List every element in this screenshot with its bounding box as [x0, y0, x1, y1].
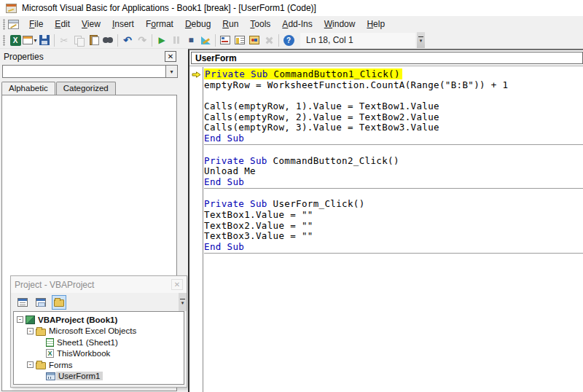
code-line[interactable]: Private Sub UserForm_Click()	[204, 199, 583, 210]
tree-item-label: Microsoft Excel Objects	[47, 326, 138, 335]
tree-item-label: Forms	[47, 361, 75, 369]
code-line[interactable]: TextBox2.Value = ""	[204, 221, 583, 232]
properties-object-dropdown[interactable]: ▾	[2, 65, 178, 78]
menu-format[interactable]: Format	[140, 17, 179, 31]
toolbar-separator	[152, 34, 152, 47]
menu-edit[interactable]: Edit	[49, 17, 76, 31]
toolbox-icon	[262, 33, 276, 47]
code-line[interactable]: TextBox1.Value = ""	[204, 210, 583, 221]
toggle-folders-icon[interactable]	[52, 295, 66, 310]
redo-icon: ↷	[135, 33, 149, 47]
code-line[interactable]: TextBox3.Value = ""	[204, 231, 583, 242]
vba-project-icon	[26, 315, 35, 324]
menu-bar: FileEditViewInsertFormatDebugRunToolsAdd…	[0, 16, 583, 32]
title-bar[interactable]: Microsoft Visual Basic for Applications …	[0, 0, 583, 16]
code-line[interactable]	[204, 90, 583, 101]
tree-item-userform1[interactable]: UserForm1	[17, 371, 184, 383]
toolbar-options-icon[interactable]: ▾	[417, 32, 425, 48]
tree-item-microsoft-excel-objects[interactable]: -Microsoft Excel Objects	[17, 326, 184, 337]
tab-alphabetic[interactable]: Alphabetic	[1, 82, 55, 95]
code-line[interactable]: Calls(emptyRow, 3).Value = TextBow3.Valu…	[204, 122, 583, 133]
folder-icon	[36, 329, 46, 336]
menu-run[interactable]: Run	[216, 17, 244, 31]
project-header[interactable]: Project - VBAProject ✕	[11, 276, 187, 293]
view-object-icon[interactable]	[34, 295, 48, 310]
view-excel-icon[interactable]: X	[8, 33, 23, 47]
find-icon[interactable]	[101, 33, 115, 47]
code-line[interactable]	[204, 145, 583, 156]
code-line[interactable]: emptyRow = WorksheetFunction.CountA(Rang…	[204, 80, 583, 91]
window-title: Microsoft Visual Basic for Applications …	[22, 3, 316, 13]
collapse-expander-icon[interactable]: -	[27, 328, 34, 334]
folder-icon	[36, 362, 46, 369]
project-toolbar: ▾	[11, 293, 187, 311]
vbe-app-icon	[6, 4, 17, 13]
toolbar-separator	[215, 34, 216, 47]
workbook-icon: X	[46, 349, 54, 358]
code-lines: Private Sub CommandButton1_Click()emptyR…	[204, 69, 583, 392]
chevron-down-icon: ▾	[34, 37, 36, 44]
menu-view[interactable]: View	[76, 17, 106, 31]
chevron-down-icon[interactable]: ▾	[165, 66, 177, 77]
properties-header: Properties ✕	[0, 49, 180, 64]
execution-arrow-icon	[192, 71, 201, 78]
tab-categorized[interactable]: Categorized	[56, 82, 116, 95]
reset-icon[interactable]: ■	[184, 33, 198, 47]
help-icon[interactable]: ?	[281, 33, 296, 47]
toolbar-separator	[278, 34, 279, 47]
project-toolbar-options-icon[interactable]: ▾	[179, 293, 187, 311]
project-explorer-icon[interactable]	[218, 33, 232, 47]
code-line[interactable]: Private Sub CommandButton2_Click()	[204, 156, 583, 167]
project-tree: -VBAProject (Book1)-Microsoft Excel Obje…	[13, 311, 184, 385]
tree-item-label: VBAProject (Book1)	[36, 315, 120, 324]
tree-item-sheet1-sheet1[interactable]: Sheet1 (Sheet1)	[17, 337, 184, 348]
paste-icon[interactable]	[86, 33, 101, 47]
project-title: Project - VBAProject	[15, 280, 171, 290]
collapse-expander-icon[interactable]: -	[17, 316, 23, 323]
properties-window-icon[interactable]	[232, 33, 247, 47]
code-line[interactable]: Private Sub CommandButton1_Click()	[204, 69, 583, 80]
code-area[interactable]: Private Sub CommandButton1_Click()emptyR…	[189, 67, 583, 392]
code-line[interactable]: End Sub	[204, 177, 583, 188]
code-line[interactable]: End Sub	[204, 242, 583, 253]
toolbar-grip[interactable]	[3, 35, 5, 46]
menu-insert[interactable]: Insert	[106, 17, 140, 31]
undo-icon[interactable]: ↶	[120, 33, 135, 47]
code-line[interactable]: Calls(emptyRow, 1).Value = TextBow1.Valu…	[204, 101, 583, 112]
menu-window[interactable]: Window	[318, 17, 361, 31]
code-line[interactable]: End Sub	[204, 133, 583, 144]
tree-item-label: Sheet1 (Sheet1)	[55, 338, 120, 347]
object-dropdown[interactable]: UserForm	[191, 52, 583, 64]
code-window-icon[interactable]	[8, 20, 19, 29]
cut-icon: ✂	[57, 33, 71, 47]
menubar-grip[interactable]	[3, 19, 5, 30]
menu-addins[interactable]: Add-Ins	[276, 17, 318, 31]
properties-close-icon[interactable]: ✕	[165, 51, 176, 62]
menu-help[interactable]: Help	[361, 17, 391, 31]
menu-debug[interactable]: Debug	[179, 17, 216, 31]
run-icon[interactable]: ▶	[154, 33, 169, 47]
code-line[interactable]	[204, 189, 583, 200]
code-line[interactable]: Calls(emptyRow, 2).Value = TextBow2.Valu…	[204, 112, 583, 123]
toolbar-separator	[54, 34, 55, 47]
tree-item-thisworkbook[interactable]: XThisWorkbook	[17, 348, 184, 360]
breakpoint-margin[interactable]	[189, 67, 203, 392]
object-browser-icon[interactable]	[247, 33, 262, 47]
procedure-separator	[204, 253, 583, 254]
code-window: UserForm Private Sub CommandButton1_Clic…	[188, 49, 583, 392]
design-mode-icon[interactable]	[198, 33, 213, 47]
tree-item-vbaproject-book1[interactable]: -VBAProject (Book1)	[17, 314, 184, 326]
view-code-icon[interactable]	[15, 295, 30, 310]
userform-icon	[46, 372, 55, 380]
tree-item-forms[interactable]: -Forms	[17, 359, 184, 371]
menu-file[interactable]: File	[23, 17, 49, 31]
collapse-expander-icon[interactable]: -	[27, 361, 34, 368]
save-icon[interactable]	[37, 33, 52, 47]
code-line[interactable]: Unload Me	[204, 166, 583, 177]
project-close-icon[interactable]: ✕	[171, 279, 183, 290]
break-icon	[169, 33, 184, 47]
properties-object-value	[3, 66, 165, 77]
properties-tabs: Alphabetic Categorized	[0, 80, 180, 95]
insert-userform-icon[interactable]: ▾	[23, 33, 37, 47]
menu-tools[interactable]: Tools	[244, 17, 276, 31]
